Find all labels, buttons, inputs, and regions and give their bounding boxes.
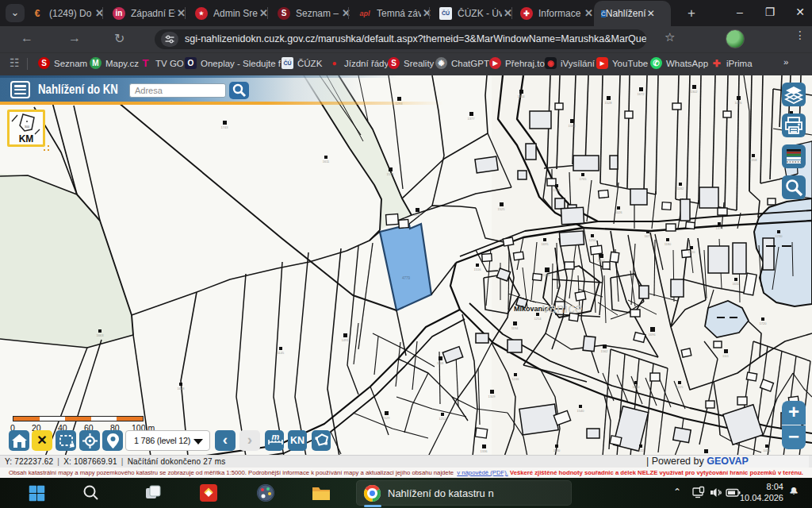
svg-text:1672: 1672 xyxy=(638,92,645,96)
svg-text:1435: 1435 xyxy=(764,448,772,452)
svg-text:1145: 1145 xyxy=(278,351,285,355)
svg-text:1182: 1182 xyxy=(677,187,684,190)
svg-text:300: 300 xyxy=(25,125,30,129)
svg-text:4779: 4779 xyxy=(402,276,411,280)
svg-text:1520: 1520 xyxy=(688,250,696,254)
svg-text:1611: 1611 xyxy=(323,160,330,164)
svg-text:1076: 1076 xyxy=(735,101,743,105)
svg-text:1652: 1652 xyxy=(598,259,606,263)
svg-text:1540: 1540 xyxy=(577,409,585,413)
svg-text:1180: 1180 xyxy=(665,242,672,246)
svg-text:1246: 1246 xyxy=(512,377,520,381)
svg-text:1252: 1252 xyxy=(439,417,447,421)
svg-text:1640: 1640 xyxy=(633,385,641,389)
svg-text:m: m xyxy=(272,432,280,441)
svg-text:1743: 1743 xyxy=(221,125,229,129)
svg-text:1358: 1358 xyxy=(750,158,758,162)
svg-text:1390: 1390 xyxy=(543,273,551,277)
svg-text:1309: 1309 xyxy=(488,394,496,398)
svg-text:1336: 1336 xyxy=(481,449,488,453)
svg-text:1573: 1573 xyxy=(387,172,395,176)
svg-text:1648: 1648 xyxy=(178,387,186,391)
svg-text:1302: 1302 xyxy=(691,90,699,94)
svg-text:1111: 1111 xyxy=(722,354,730,358)
svg-text:1377: 1377 xyxy=(468,117,476,121)
svg-text:1696: 1696 xyxy=(649,333,657,337)
svg-text:1108: 1108 xyxy=(437,361,444,365)
svg-text:1375: 1375 xyxy=(716,226,724,230)
svg-text:1675: 1675 xyxy=(645,234,653,238)
svg-text:1516: 1516 xyxy=(474,267,482,271)
svg-text:1674: 1674 xyxy=(414,213,422,217)
svg-text:1529: 1529 xyxy=(383,416,391,420)
svg-text:1720: 1720 xyxy=(760,321,768,325)
svg-text:1525: 1525 xyxy=(498,207,506,211)
svg-text:1254: 1254 xyxy=(534,317,542,321)
svg-text:1225: 1225 xyxy=(676,385,684,389)
svg-text:1632: 1632 xyxy=(733,282,741,286)
svg-text:1250: 1250 xyxy=(589,238,597,242)
svg-text:1716: 1716 xyxy=(553,188,561,192)
svg-text:1663: 1663 xyxy=(97,333,105,337)
svg-text:1026: 1026 xyxy=(615,210,623,214)
svg-text:1528: 1528 xyxy=(605,101,613,105)
svg-text:1194: 1194 xyxy=(511,326,519,330)
svg-text:1230: 1230 xyxy=(776,234,783,238)
svg-text:1562: 1562 xyxy=(601,349,609,353)
svg-text:1491: 1491 xyxy=(342,338,350,342)
svg-text:1122: 1122 xyxy=(638,448,645,452)
svg-text:1454: 1454 xyxy=(518,94,526,98)
svg-text:vaníce: vaníce xyxy=(542,301,582,316)
svg-text:1765: 1765 xyxy=(580,177,588,181)
svg-text:1583: 1583 xyxy=(569,124,576,128)
svg-text:1180: 1180 xyxy=(553,448,561,452)
svg-text:1695: 1695 xyxy=(542,242,550,246)
